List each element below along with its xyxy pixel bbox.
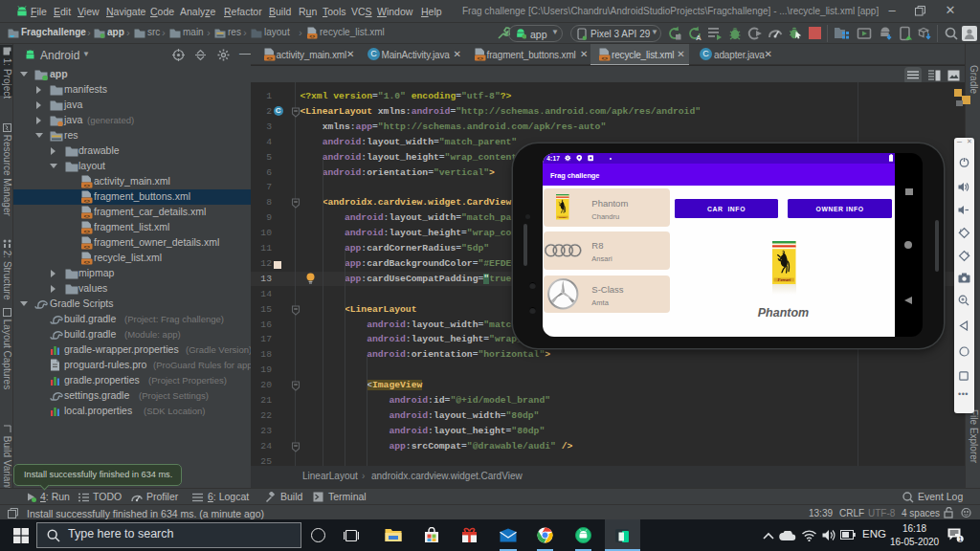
svg-text:Ferrari: Ferrari	[559, 216, 567, 219]
svg-text:A: A	[696, 33, 702, 41]
svg-text:<>: <>	[309, 34, 315, 39]
svg-text:<>: <>	[83, 243, 90, 249]
svg-text:<>: <>	[601, 55, 608, 61]
svg-text:<>: <>	[83, 197, 90, 203]
svg-text:<>: <>	[477, 55, 483, 61]
svg-text:<>: <>	[266, 55, 273, 61]
svg-text:1: 1	[958, 536, 962, 542]
svg-text:<>: <>	[83, 228, 90, 233]
svg-text:<>: <>	[83, 182, 90, 187]
svg-text:<>: <>	[83, 212, 90, 218]
svg-text:<>: <>	[83, 258, 90, 264]
svg-text:Ferrari: Ferrari	[777, 278, 791, 283]
